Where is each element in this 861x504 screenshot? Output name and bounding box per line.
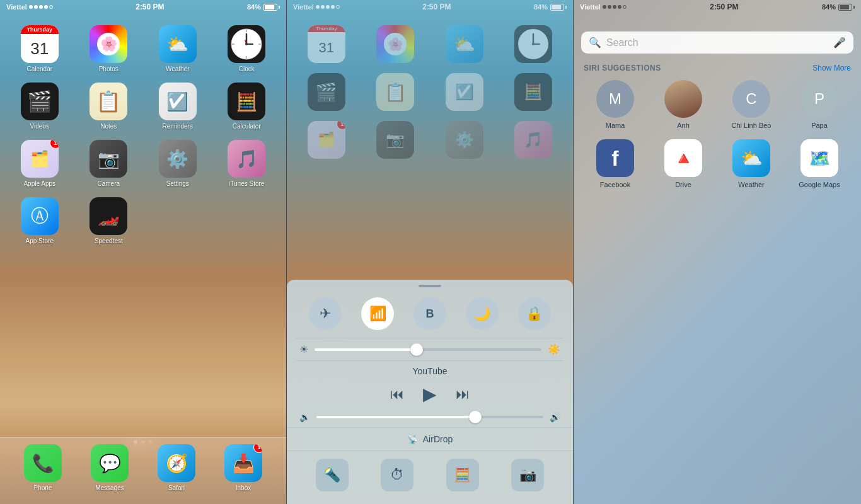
battery-icon-1 <box>263 4 280 11</box>
cc-play-button[interactable]: ▶ <box>423 384 437 404</box>
app-label-itunes: iTunes Store <box>229 180 264 187</box>
cc-forward-button[interactable]: ⏭ <box>456 386 470 403</box>
carrier-label-1: Viettel <box>6 3 27 11</box>
siri-title: SIRI SUGGESTIONS <box>584 64 661 72</box>
contact-label-anh: Anh <box>677 122 690 129</box>
photos-center: 🌸 <box>97 33 120 55</box>
status-bar-2: Viettel 2:50 PM 84% <box>287 0 573 14</box>
siri-contact-anh[interactable]: Anh <box>652 80 715 129</box>
carrier-label-3: Viettel <box>580 3 601 11</box>
cc-shortcut-camera[interactable]: 📷 <box>511 459 544 491</box>
weather-app-icon: ⛅ <box>732 139 770 177</box>
drive-icon: 🔺 <box>664 139 702 177</box>
siri-app-drive[interactable]: 🔺 Drive <box>652 139 715 188</box>
volume-thumb[interactable] <box>469 411 482 423</box>
app-calculator[interactable]: 🧮 Calculator <box>212 77 282 135</box>
siri-apps-row: f Facebook 🔺 Drive ⛅ Weather <box>584 139 851 188</box>
signal-dot-empty <box>336 5 340 9</box>
siri-show-more-button[interactable]: Show More <box>812 64 851 72</box>
dock: 📞 Phone 💬 Messages 🧭 Safari 📥 1 Inbox <box>0 437 286 504</box>
cc-shortcut-timer[interactable]: ⏱ <box>381 459 413 491</box>
dock-safari[interactable]: 🧭 Safari <box>158 444 195 491</box>
cc-rewind-button[interactable]: ⏮ <box>390 386 404 403</box>
cc-toggles-row: ✈ 📶 B 🌙 🔒 <box>287 290 573 338</box>
siri-contact-papa[interactable]: P Papa <box>788 80 851 129</box>
rotation-icon: 🔒 <box>526 306 543 322</box>
time-label-1: 2:50 PM <box>136 3 164 11</box>
contact-label-papa: Papa <box>811 122 828 129</box>
app-label-photos: Photos <box>99 66 118 72</box>
brightness-slider[interactable] <box>315 348 541 351</box>
dock-label-messages: Messages <box>95 484 124 491</box>
cc-shortcuts-row: 🔦 ⏱ 🧮 📷 <box>287 451 573 504</box>
cc-brightness-row: ☀ ☀️ <box>287 338 573 360</box>
app-photos[interactable]: 🌸 Photos <box>74 20 144 77</box>
app-itunes[interactable]: 🎵 iTunes Store <box>212 135 282 192</box>
cc-toggle-airplane[interactable]: ✈ <box>309 297 342 330</box>
siri-contact-mama[interactable]: M Mama <box>584 80 647 129</box>
siri-contacts-row: M Mama Anh C Chi Linh Beo <box>584 80 851 129</box>
mic-icon[interactable]: 🎤 <box>833 37 846 49</box>
battery-percent-2: 84% <box>534 3 548 11</box>
cc-toggle-bluetooth[interactable]: B <box>413 297 446 330</box>
avatar-photo-anh <box>664 80 702 118</box>
time-label-2: 2:50 PM <box>422 3 451 11</box>
brightness-low-icon: ☀ <box>299 343 308 355</box>
siri-app-google-maps[interactable]: 🗺️ Google Maps <box>788 139 851 188</box>
dock-phone[interactable]: 📞 Phone <box>24 444 62 491</box>
dimmed-app-grid: Thursday 31 🌸 ⛅ <box>287 14 573 170</box>
brightness-high-icon: ☀️ <box>548 343 560 355</box>
siri-app-label-drive: Drive <box>675 181 691 188</box>
cc-toggle-rotation[interactable]: 🔒 <box>518 297 551 330</box>
siri-contact-chi-linh-beo[interactable]: C Chi Linh Beo <box>720 80 783 129</box>
dock-inbox[interactable]: 📥 1 Inbox <box>224 444 262 491</box>
app-reminders[interactable]: ☑️ Reminders <box>143 77 212 135</box>
cc-shortcut-flashlight[interactable]: 🔦 <box>316 459 349 491</box>
app-speedtest[interactable]: 🏎️ Speedtest <box>74 192 144 249</box>
contact-label-mama: Mama <box>606 122 625 129</box>
app-notes[interactable]: 📋 Notes <box>74 77 144 135</box>
app-camera[interactable]: 📷 Camera <box>74 135 144 192</box>
settings-icon: ⚙️ <box>166 149 188 169</box>
siri-app-label-weather: Weather <box>738 181 764 188</box>
siri-header: SIRI SUGGESTIONS Show More <box>584 64 851 72</box>
calculator2-icon: 🧮 <box>454 467 471 483</box>
app-appstore[interactable]: Ⓐ App Store <box>5 192 74 249</box>
search-bar[interactable]: 🔍 Search 🎤 <box>581 32 853 54</box>
app-clock[interactable]: Clock <box>212 20 282 77</box>
app-calendar[interactable]: Thursday 31 Calendar <box>5 20 74 77</box>
search-placeholder: Search <box>606 37 639 48</box>
status-bar-1: Viettel 2:50 PM 84% <box>0 0 286 14</box>
cc-toggle-donotdisturb[interactable]: 🌙 <box>466 297 499 330</box>
siri-app-weather[interactable]: ⛅ Weather <box>720 139 783 188</box>
calendar-month: Thursday <box>21 25 59 34</box>
app-apple-apps[interactable]: 🗂️ 1 Apple Apps <box>5 135 74 192</box>
volume-slider[interactable] <box>316 416 543 418</box>
inbox-badge: 1 <box>253 444 262 453</box>
signal-dot <box>603 5 606 9</box>
dock-messages[interactable]: 💬 Messages <box>91 444 129 491</box>
app-weather[interactable]: ⛅ Weather <box>143 20 212 77</box>
app-label-notes: Notes <box>100 123 117 130</box>
camera2-icon: 📷 <box>519 467 536 483</box>
dock-label-phone: Phone <box>34 484 52 491</box>
app-videos[interactable]: 🎬 Videos <box>5 77 74 135</box>
app-settings[interactable]: ⚙️ Settings <box>143 135 212 192</box>
notes-icon: 📋 <box>96 89 121 113</box>
carrier-label-2: Viettel <box>293 3 314 11</box>
signal-dot <box>326 5 330 9</box>
messages-icon: 💬 <box>99 453 121 474</box>
cc-airdrop-row[interactable]: 📡 AirDrop <box>287 427 573 451</box>
cc-toggle-wifi[interactable]: 📶 <box>361 297 394 330</box>
signal-dot <box>44 5 48 9</box>
app-label-calculator: Calculator <box>233 123 261 130</box>
brightness-thumb[interactable] <box>410 343 423 356</box>
cc-shortcut-calculator[interactable]: 🧮 <box>446 459 479 491</box>
battery-icon-3 <box>838 4 855 11</box>
clock-icon <box>230 28 263 60</box>
signal-dot <box>34 5 38 9</box>
status-right-1: 84% <box>247 3 280 11</box>
search-input[interactable]: Search <box>606 37 828 49</box>
cc-handle-bar <box>419 285 441 287</box>
siri-app-facebook[interactable]: f Facebook <box>584 139 647 188</box>
